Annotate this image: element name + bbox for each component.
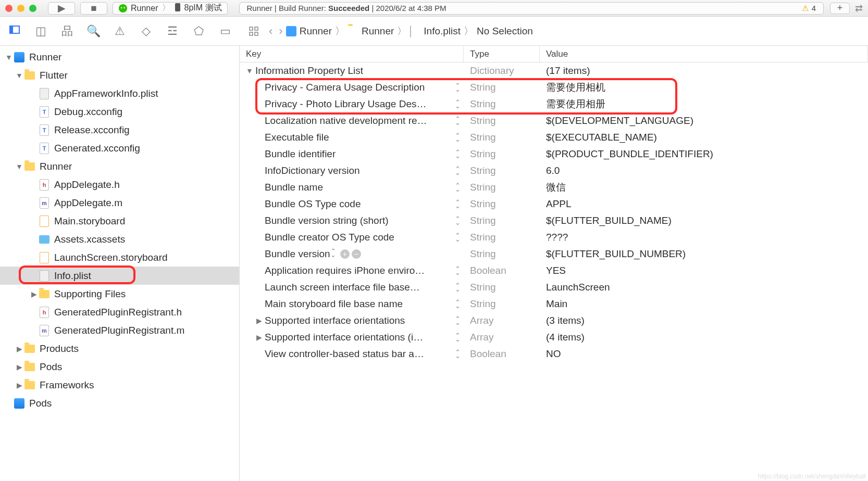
plist-value[interactable]: 微信 [540,181,868,194]
stepper-icon[interactable]: ⌃⌄ [455,84,461,91]
plist-row[interactable]: Main storyboard file base name⌃⌄StringMa… [240,296,868,312]
plist-value[interactable]: ???? [540,232,868,243]
stepper-icon[interactable]: ⌃⌄ [455,167,461,174]
col-type[interactable]: Type [464,46,540,62]
plist-value[interactable]: Main [540,298,868,310]
plist-type[interactable]: String [464,215,540,226]
plist-row[interactable]: Executable file⌃⌄String$(EXECUTABLE_NAME… [240,129,868,146]
plist-row[interactable]: ▶Supported interface orientations (i…⌃⌄A… [240,329,868,346]
plist-type[interactable]: Boolean [464,348,540,360]
symbol-navigator-icon[interactable]: 品 [60,23,75,39]
stop-button[interactable]: ■ [80,2,107,15]
tree-row-runner[interactable]: ▼Runner [0,48,239,66]
plist-value[interactable]: LaunchScreen [540,282,868,293]
stepper-icon[interactable]: ⌃⌄ [455,334,461,341]
plist-type[interactable]: Array [464,315,540,326]
issue-navigator-icon[interactable]: ⚠ [113,24,127,38]
disclosure-icon[interactable]: ▶ [16,345,23,353]
plist-row[interactable]: Application requires iPhone enviro…⌃⌄Boo… [240,262,868,279]
nav-forward-button[interactable]: › [279,24,282,38]
plist-value[interactable]: APPL [540,198,868,210]
plist-row[interactable]: Bundle name⌃⌄String微信 [240,179,868,196]
tree-row-pods[interactable]: Pods [0,394,239,412]
run-button[interactable]: ▶ [48,2,75,15]
plist-type[interactable]: String [464,198,540,210]
plist-value[interactable]: YES [540,265,868,276]
plist-row[interactable]: Privacy - Photo Library Usage Des…⌃⌄Stri… [240,96,868,112]
plist-row[interactable]: InfoDictionary version⌃⌄String6.0 [240,162,868,179]
plist-value[interactable]: 需要使用相机 [540,81,868,94]
debug-navigator-icon[interactable]: ☲ [165,24,180,38]
plist-type[interactable]: String [464,232,540,243]
plist-value[interactable]: (4 items) [540,332,868,343]
test-navigator-icon[interactable]: ◇ [139,24,154,38]
plist-row[interactable]: Privacy - Camera Usage Description⌃⌄Stri… [240,79,868,96]
plist-type[interactable]: String [464,132,540,143]
add-row-button[interactable]: + [340,249,350,259]
plist-row[interactable]: ▶Supported interface orientations⌃⌄Array… [240,312,868,329]
tree-row-appframeworkinfo-plist[interactable]: AppFrameworkInfo.plist [0,84,239,103]
tree-row-release-xcconfig[interactable]: TRelease.xcconfig [0,121,239,139]
tree-row-products[interactable]: ▶Products [0,339,239,358]
disclosure-icon[interactable]: ▶ [255,317,263,325]
tree-row-debug-xcconfig[interactable]: TDebug.xcconfig [0,103,239,121]
plist-type[interactable]: Array [464,332,540,343]
disclosure-icon[interactable]: ▶ [255,333,263,341]
plist-type[interactable]: String [464,148,540,160]
tree-row-assets-xcassets[interactable]: Assets.xcassets [0,230,239,248]
plist-type[interactable]: String [464,165,540,176]
tree-row-generatedpluginregistrant-m[interactable]: mGeneratedPluginRegistrant.m [0,321,239,339]
tree-row-launchscreen-storyboard[interactable]: LaunchScreen.storyboard [0,248,239,267]
disclosure-icon[interactable]: ▼ [5,53,13,61]
plist-row[interactable]: Bundle identifier⌃⌄String$(PRODUCT_BUNDL… [240,146,868,162]
tree-row-runner[interactable]: ▼Runner [0,157,239,175]
disclosure-icon[interactable]: ▶ [16,381,23,389]
add-editor-button[interactable]: + [830,3,850,14]
plist-row[interactable]: Bundle version⌃⌄+−String$(FLUTTER_BUILD_… [240,246,868,262]
breakpoint-navigator-icon[interactable]: ⬠ [192,24,206,38]
plist-type[interactable]: String [464,248,540,260]
plist-value[interactable]: $(FLUTTER_BUILD_NUMBER) [540,248,868,260]
stepper-icon[interactable]: ⌃⌄ [455,234,461,241]
stepper-icon[interactable]: ⌃⌄ [455,134,461,141]
stepper-icon[interactable]: ⌃⌄ [455,217,461,224]
plist-type[interactable]: String [464,98,540,110]
stepper-icon[interactable]: ⌃⌄ [455,200,461,208]
source-control-icon[interactable]: ◫ [34,24,48,38]
tree-row-supporting-files[interactable]: ▶Supporting Files [0,285,239,303]
plist-row[interactable]: Localization native development re…⌃⌄Str… [240,112,868,129]
disclosure-icon[interactable]: ▼ [16,162,23,171]
project-navigator-icon[interactable] [7,24,22,39]
plist-type[interactable]: String [464,282,540,293]
tree-row-main-storyboard[interactable]: Main.storyboard [0,212,239,230]
col-value[interactable]: Value [540,46,868,62]
crumb-0[interactable]: Runner [286,26,332,37]
warning-count[interactable]: 4 [812,4,816,12]
scheme-selector[interactable]: Runner 〉 8pIM 测试 [113,2,228,15]
zoom-icon[interactable] [29,5,36,12]
col-key[interactable]: Key [240,46,464,62]
disclosure-icon[interactable]: ▶ [16,363,23,371]
plist-value[interactable]: $(DEVELOPMENT_LANGUAGE) [540,115,868,126]
plist-type[interactable]: String [464,115,540,126]
plist-type[interactable]: String [464,82,540,93]
tree-row-frameworks[interactable]: ▶Frameworks [0,376,239,394]
stepper-icon[interactable]: ⌃⌄ [455,150,461,158]
tree-row-generated-xcconfig[interactable]: TGenerated.xcconfig [0,139,239,157]
crumb-2[interactable]: Info.plist [410,26,461,37]
plist-value[interactable]: NO [540,348,868,360]
plist-value[interactable]: $(PRODUCT_BUNDLE_IDENTIFIER) [540,148,868,160]
report-navigator-icon[interactable]: ▭ [218,24,232,38]
plist-value[interactable]: 6.0 [540,165,868,176]
disclosure-icon[interactable]: ▼ [16,71,23,80]
disclosure-icon[interactable]: ▼ [246,67,253,75]
plist-value[interactable]: $(FLUTTER_BUILD_NAME) [540,215,868,226]
stepper-icon[interactable]: ⌃⌄ [455,350,461,358]
crumb-1[interactable]: Runner [348,26,394,37]
plist-row[interactable]: Bundle creator OS Type code⌃⌄String???? [240,229,868,246]
plist-row[interactable]: Bundle version string (short)⌃⌄String$(F… [240,212,868,229]
stepper-icon[interactable]: ⌃⌄ [455,284,461,291]
tree-row-pods[interactable]: ▶Pods [0,358,239,376]
remove-row-button[interactable]: − [352,249,361,259]
swap-icon[interactable]: ⇄ [855,3,863,14]
